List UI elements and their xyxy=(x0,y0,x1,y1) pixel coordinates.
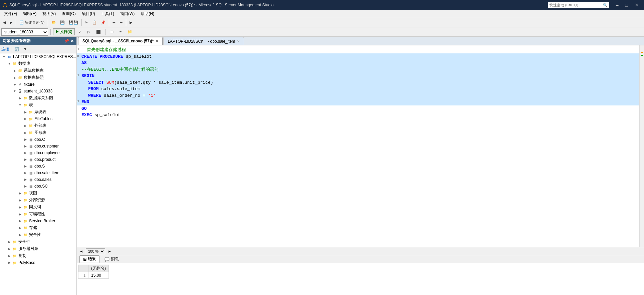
expander-programmability[interactable]: ▶ xyxy=(17,213,23,216)
connect-label[interactable]: 连接 xyxy=(1,46,9,52)
tree-item-server-objects[interactable]: ▶ 📁 服务器对象 xyxy=(0,245,76,252)
new-query-button[interactable]: 📄新建查询(N) xyxy=(18,19,46,26)
tree-item-dbo-sc[interactable]: ▶ ▦ dbo.SC xyxy=(0,183,76,190)
tree-item-server[interactable]: ▼ 🖥 LAPTOP-LID28SCI\SQLEXPRES... xyxy=(0,53,76,60)
expander-dbo-s[interactable]: ▶ xyxy=(23,165,28,168)
tree-item-security-student[interactable]: ▶ 📁 安全性 xyxy=(0,231,76,238)
tab-close-query8[interactable]: ✕ xyxy=(156,39,158,43)
tree-item-storage[interactable]: ▶ 📁 存储 xyxy=(0,224,76,231)
forward-button[interactable]: ▶ xyxy=(8,19,14,26)
expander-server-objects[interactable]: ▶ xyxy=(7,247,12,251)
zoom-selector[interactable]: 100 % 75 % 150 % xyxy=(86,248,105,254)
result-tab-results[interactable]: ⊞ 结果 xyxy=(79,255,99,263)
tree-item-dbo-s[interactable]: ▶ ▦ dbo.S xyxy=(0,163,76,170)
scroll-left-icon[interactable]: ◄ xyxy=(79,249,83,253)
tab-query8[interactable]: SQLQuery8.sql - ...8SCI\Lenovo (57))* ✕ xyxy=(78,37,163,45)
fold-2[interactable]: ⊟ xyxy=(77,53,81,58)
tree-item-service-broker[interactable]: ▶ 📁 Service Broker xyxy=(0,218,76,224)
tree-item-systemdb[interactable]: ▶ 📁 系统数据库 xyxy=(0,67,76,74)
tree-item-fixture[interactable]: ▶ 🗄 fixture xyxy=(0,81,76,88)
tree-item-tables[interactable]: ▼ 📁 表 xyxy=(0,101,76,108)
expander-polybase[interactable]: ▶ xyxy=(7,261,12,264)
tree-item-externaltables[interactable]: ▶ 📁 外部表 xyxy=(0,122,76,129)
oe-close-icon[interactable]: ✕ xyxy=(70,39,74,43)
oe-refresh-button[interactable]: 🔄 xyxy=(13,46,21,52)
expander-security-server[interactable]: ▶ xyxy=(7,240,12,244)
copy-button[interactable]: 📋 xyxy=(90,19,98,26)
tree-item-snapshot[interactable]: ▶ 📁 数据库快照 xyxy=(0,74,76,81)
tree-item-views[interactable]: ▶ 📁 视图 xyxy=(0,190,76,197)
expander-filetables[interactable]: ▶ xyxy=(23,117,28,120)
expander-tables[interactable]: ▼ xyxy=(17,103,23,107)
code-editor[interactable]: ⊟ --首先创建建存储过程 ⊟ CREATE PROCEDURE sp_sale… xyxy=(77,45,639,247)
expander-dbo-customer[interactable]: ▶ xyxy=(23,144,28,148)
tree-item-synonyms[interactable]: ▶ 📁 同义词 xyxy=(0,204,76,211)
expander-synonyms[interactable]: ▶ xyxy=(17,206,23,209)
expander-systemdb[interactable]: ▶ xyxy=(12,69,17,72)
cut-button[interactable]: ✂ xyxy=(83,19,90,26)
menu-item-view[interactable]: 视图(V) xyxy=(40,10,58,17)
paste-button[interactable]: 📌 xyxy=(99,19,107,26)
expander-databases[interactable]: ▼ xyxy=(7,62,12,65)
expander-security-student[interactable]: ▶ xyxy=(17,233,23,237)
expander-dbo-employee[interactable]: ▶ xyxy=(23,151,28,155)
menu-item-window[interactable]: 窗口(W) xyxy=(118,10,137,17)
expander-external-res[interactable]: ▶ xyxy=(17,199,23,202)
tree-item-dbo-employee[interactable]: ▶ ▦ dbo.employee xyxy=(0,150,76,156)
expander-student[interactable]: ▼ xyxy=(12,89,17,93)
results-file-button[interactable]: 📁 xyxy=(125,29,135,35)
tree-item-dbdiagram[interactable]: ▶ 📁 数据库关系图 xyxy=(0,94,76,101)
cancel-query-button[interactable]: ⬛ xyxy=(94,29,103,35)
expander-storage[interactable]: ▶ xyxy=(17,226,23,230)
save-button[interactable]: 💾 xyxy=(58,19,66,26)
tree-item-dbo-sales[interactable]: ▶ ▦ dbo.sales xyxy=(0,176,76,183)
debug-button[interactable]: ▶ xyxy=(128,19,134,26)
expander-dbo-sales[interactable]: ▶ xyxy=(23,178,28,181)
expander-server[interactable]: ▼ xyxy=(1,55,7,58)
tree-item-programmability[interactable]: ▶ 📁 可编程性 xyxy=(0,211,76,218)
execute-button[interactable]: ▶ 执行(X) xyxy=(53,28,75,35)
oe-pin-icon[interactable]: 📌 xyxy=(64,39,69,43)
tree-item-dbo-c[interactable]: ▶ ▦ dbo.C xyxy=(0,136,76,143)
tree-item-dbo-saleitem[interactable]: ▶ ▦ dbo.sale_item xyxy=(0,170,76,176)
expander-graphtables[interactable]: ▶ xyxy=(23,131,28,134)
close-button[interactable]: ✕ xyxy=(632,2,641,8)
save-all-button[interactable]: 💾💾 xyxy=(67,19,80,26)
maximize-button[interactable]: □ xyxy=(623,2,631,8)
debug2-button[interactable]: ▷ xyxy=(85,29,92,35)
tree-item-graphtables[interactable]: ▶ 📁 图形表 xyxy=(0,129,76,136)
expander-dbo-c[interactable]: ▶ xyxy=(23,138,28,141)
open-button[interactable]: 📂 xyxy=(50,19,58,26)
expander-systemtables[interactable]: ▶ xyxy=(23,110,28,114)
undo-button[interactable]: ↩ xyxy=(111,19,117,26)
tree-item-security-server[interactable]: ▶ 📁 安全性 xyxy=(0,238,76,245)
menu-item-project[interactable]: 项目(P) xyxy=(79,10,98,17)
expander-replication[interactable]: ▶ xyxy=(7,254,12,258)
menu-item-file[interactable]: 文件(F) xyxy=(1,10,20,17)
tree-item-replication[interactable]: ▶ 📁 复制 xyxy=(0,252,76,259)
result-tab-messages[interactable]: 💬 消息 xyxy=(101,255,123,263)
scroll-right-icon[interactable]: ► xyxy=(108,249,112,253)
fold-9[interactable]: ⊟ xyxy=(77,99,81,104)
tab-saleitem[interactable]: LAPTOP-LID28SCI\... - dbo.sale_item ✕ xyxy=(163,37,244,45)
tree-item-dbo-customer[interactable]: ▶ ▦ dbo.customer xyxy=(0,143,76,150)
back-button[interactable]: ◀ xyxy=(1,19,7,26)
tree-item-student[interactable]: ▼ 🗄 student_180333 xyxy=(0,88,76,94)
expander-service-broker[interactable]: ▶ xyxy=(17,219,23,223)
fold-5[interactable]: ⊟ xyxy=(77,73,81,78)
quick-launch-input[interactable] xyxy=(550,3,603,7)
expander-snapshot[interactable]: ▶ xyxy=(12,76,17,79)
check-button[interactable]: ✓ xyxy=(76,29,84,35)
results-text-button[interactable]: ≡ xyxy=(117,29,124,35)
menu-item-edit[interactable]: 编辑(E) xyxy=(20,10,39,17)
expander-externaltables[interactable]: ▶ xyxy=(23,124,28,127)
expander-views[interactable]: ▶ xyxy=(17,192,23,195)
tree-item-dbo-product[interactable]: ▶ ▦ dbo.product xyxy=(0,156,76,163)
database-selector[interactable]: student_180333 xyxy=(1,28,48,36)
fold-1[interactable]: ⊟ xyxy=(77,47,81,52)
expander-dbo-sc[interactable]: ▶ xyxy=(23,185,28,188)
tab-close-saleitem[interactable]: ✕ xyxy=(237,39,240,43)
tree-item-systemtables[interactable]: ▶ 📁 系统表 xyxy=(0,108,76,115)
menu-item-tools[interactable]: 工具(T) xyxy=(98,10,117,17)
menu-item-query[interactable]: 查询(Q) xyxy=(59,10,78,17)
